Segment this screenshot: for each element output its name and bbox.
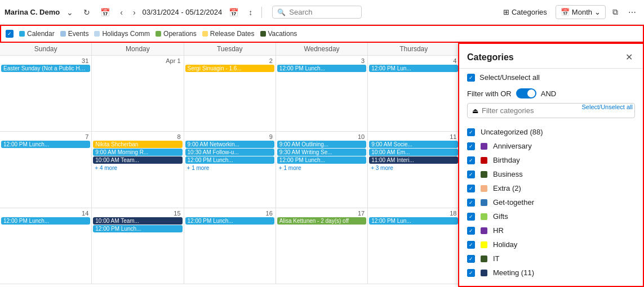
category-checkbox[interactable]: ✓ (467, 213, 475, 221)
calendar-cell[interactable]: 312:00 PM Lunch... (276, 56, 368, 132)
category-checkbox[interactable]: ✓ (467, 241, 475, 249)
calendar-cell[interactable]: 8Nikita Shcherban9:00 AM Morning R...10:… (92, 132, 184, 208)
calendar-event[interactable]: 12:00 PM Lunch... (185, 156, 274, 164)
calendar-event[interactable]: Nikita Shcherban (93, 141, 182, 148)
calendar-event[interactable]: 10:00 AM Team... (93, 217, 182, 225)
category-list-item[interactable]: ✓HR (459, 223, 643, 237)
calendar-event[interactable]: 12:00 PM Lunch... (1, 141, 90, 148)
filter-toggle[interactable] (516, 88, 536, 98)
calendar-event[interactable]: 12:00 PM Lunch... (93, 225, 182, 232)
date-picker-btn[interactable]: 📅 (225, 6, 242, 19)
select-all-panel-checkbox[interactable]: ✓ (467, 74, 475, 82)
calendar-event[interactable]: 12:00 PM Lun... (369, 217, 458, 225)
calendar-event[interactable]: Alisa Kettunen - 2 day(s) off (277, 217, 366, 225)
search-input[interactable] (289, 8, 357, 16)
calendar-event[interactable]: 12:00 PM Lun... (369, 65, 458, 72)
calendar-cell[interactable]: 1412:00 PM Lunch... (0, 208, 92, 284)
calendar-event[interactable]: 10:00 AM Team... (93, 156, 182, 164)
category-tab[interactable]: Calendar (19, 30, 55, 38)
next-btn[interactable]: › (130, 6, 139, 19)
category-checkbox[interactable]: ✓ (467, 142, 475, 150)
categories-button[interactable]: ⊞ Categories (498, 5, 552, 19)
cell-date: 14 (1, 209, 90, 217)
category-list-item[interactable]: ✓Uncategorized (88) (459, 125, 643, 139)
select-all-checkbox[interactable]: ✓ (6, 30, 14, 38)
calendar-view-btn[interactable]: 📅 (97, 6, 113, 19)
grid-icon: ⊞ (503, 8, 509, 16)
calendar-event[interactable]: 12:00 PM Lunch... (277, 156, 366, 164)
panel-close-button[interactable]: ✕ (623, 51, 635, 64)
category-checkbox[interactable]: ✓ (467, 227, 475, 235)
calendar-cell[interactable]: 1812:00 PM Lun... (368, 208, 460, 284)
category-checkbox[interactable]: ✓ (467, 269, 475, 277)
calendar-event[interactable]: 12:00 PM Lunch... (1, 217, 90, 225)
calendar-cell[interactable]: 412:00 PM Lun... (368, 56, 460, 132)
category-tab[interactable]: Holidays Comm (94, 30, 150, 38)
category-color-dot (481, 185, 487, 192)
calendar-event[interactable]: Easter Sunday (Not a Public Holiday) (1, 65, 90, 72)
dropdown-btn[interactable]: ⌄ (63, 6, 77, 19)
calendar-event[interactable]: 9:00 AM Morning R... (93, 149, 182, 156)
calendar-event[interactable]: 10:00 AM Em... (369, 149, 458, 156)
cat-tab-dot (260, 31, 266, 37)
filter-icon: ⏏ (472, 107, 478, 115)
toolbar: Marina C. Demo ⌄ ↻ 📅 ‹ › 03/31/2024 - 05… (0, 0, 644, 25)
calendar-event[interactable]: 9:30 AM Writing Se... (277, 149, 366, 156)
category-tab[interactable]: Release Dates (202, 30, 255, 38)
category-checkbox[interactable]: ✓ (467, 128, 475, 136)
month-label: Month (572, 8, 592, 16)
calendar-cell[interactable]: 1510:00 AM Team...12:00 PM Lunch... (92, 208, 184, 284)
calendar-event[interactable]: 12:00 PM Lunch... (277, 65, 366, 72)
calendar-event[interactable]: 9:00 AM Socie... (369, 141, 458, 148)
calendar-cell[interactable]: 99:00 AM Networkin...10:30 AM Follow-u..… (184, 132, 276, 208)
category-list-item[interactable]: ✓Gifts (459, 209, 643, 223)
cell-date: 9 (185, 133, 274, 141)
category-list-item[interactable]: ✓Holiday (459, 237, 643, 252)
category-checkbox[interactable]: ✓ (467, 255, 475, 263)
sort-btn[interactable]: ↕ (245, 6, 256, 19)
calendar-cell[interactable]: 31Easter Sunday (Not a Public Holiday) (0, 56, 92, 132)
category-checkbox[interactable]: ✓ (467, 185, 475, 192)
category-tab[interactable]: Events (60, 30, 89, 38)
cat-tab-label: Events (68, 30, 89, 38)
category-tab[interactable]: Operations (156, 30, 197, 38)
category-list-item[interactable]: ✓Business (459, 167, 643, 181)
calendar-event[interactable]: 12:00 PM Lunch... (185, 217, 274, 225)
search-box[interactable]: 🔍 (272, 6, 362, 19)
category-checkbox[interactable]: ✓ (467, 199, 475, 207)
calendar-cell[interactable]: 109:00 AM Outlining...9:30 AM Writing Se… (276, 132, 368, 208)
category-list-item[interactable]: ✓Anniversary (459, 139, 643, 153)
more-events[interactable]: + 1 more (185, 164, 274, 172)
more-events[interactable]: + 4 more (93, 164, 182, 172)
calendar-cell[interactable]: 1612:00 PM Lunch... (184, 208, 276, 284)
refresh-btn[interactable]: ↻ (80, 6, 94, 19)
category-list-item[interactable]: ✓Extra (2) (459, 181, 643, 195)
category-list-item[interactable]: ✓IT (459, 252, 643, 266)
more-events[interactable]: + 3 more (369, 164, 458, 172)
more-options-btn[interactable]: ⋯ (625, 6, 639, 19)
category-list-item[interactable]: ✓Birthday (459, 153, 643, 167)
calendar-cell[interactable]: 17Alisa Kettunen - 2 day(s) off (276, 208, 368, 284)
category-checkbox[interactable]: ✓ (467, 171, 475, 178)
calendar-cell[interactable]: 119:00 AM Socie...10:00 AM Em...11:00 AM… (368, 132, 460, 208)
divider-1 (261, 7, 262, 18)
calendar-area: SundayMondayTuesdayWednesdayThursdayFrid… (0, 43, 644, 287)
calendar-event[interactable]: 11:00 AM Interi... (369, 156, 458, 164)
category-list-item[interactable]: ✓Meeting (11) (459, 266, 643, 280)
calendar-cell[interactable]: 712:00 PM Lunch... (0, 132, 92, 208)
select-unselect-all-button[interactable]: Select/Unselect all (582, 104, 633, 110)
calendar-event[interactable]: Sergi Sinuagin - 1.6... (185, 65, 274, 72)
calendar-event[interactable]: 9:00 AM Networkin... (185, 141, 274, 148)
more-events[interactable]: + 1 more (277, 164, 366, 172)
calendar-cell[interactable]: Apr 1 (92, 56, 184, 132)
category-checkbox[interactable]: ✓ (467, 156, 475, 164)
category-tab[interactable]: Vacations (260, 30, 297, 38)
month-view-button[interactable]: 📅 Month ⌄ (556, 5, 606, 19)
category-list-item[interactable]: ✓Get-together (459, 195, 643, 209)
open-window-btn[interactable]: ⧉ (609, 5, 621, 19)
calendar-cell[interactable]: 2Sergi Sinuagin - 1.6... (184, 56, 276, 132)
prev-btn[interactable]: ‹ (117, 6, 126, 19)
calendar-event[interactable]: 9:00 AM Outlining... (277, 141, 366, 148)
panel-title: Categories (467, 52, 514, 62)
calendar-event[interactable]: 10:30 AM Follow-u... (185, 149, 274, 156)
